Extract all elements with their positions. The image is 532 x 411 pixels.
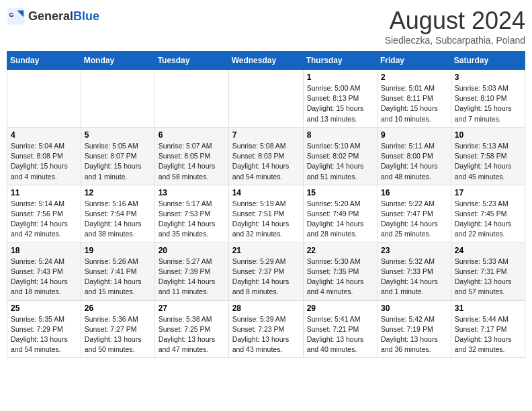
day-info: Sunrise: 5:01 AM Sunset: 8:11 PM Dayligh…	[381, 83, 447, 124]
calendar-cell	[81, 70, 154, 128]
calendar-cell: 11Sunrise: 5:14 AM Sunset: 7:56 PM Dayli…	[7, 185, 81, 242]
day-number: 9	[381, 130, 447, 140]
day-number: 30	[381, 304, 447, 313]
calendar-cell: 7Sunrise: 5:08 AM Sunset: 8:03 PM Daylig…	[228, 127, 303, 185]
logo-icon: G	[7, 7, 26, 26]
day-number: 14	[232, 188, 300, 197]
day-info: Sunrise: 5:44 AM Sunset: 7:17 PM Dayligh…	[455, 314, 521, 355]
day-number: 17	[455, 188, 521, 197]
day-info: Sunrise: 5:42 AM Sunset: 7:19 PM Dayligh…	[381, 314, 447, 355]
calendar-cell: 21Sunrise: 5:29 AM Sunset: 7:37 PM Dayli…	[228, 242, 303, 300]
svg-text:G: G	[9, 11, 14, 18]
day-header-saturday: Saturday	[451, 52, 525, 70]
calendar-cell: 2Sunrise: 5:01 AM Sunset: 8:11 PM Daylig…	[378, 70, 451, 128]
day-info: Sunrise: 5:20 AM Sunset: 7:49 PM Dayligh…	[307, 199, 373, 240]
day-number: 8	[307, 130, 373, 140]
day-number: 7	[232, 130, 300, 140]
day-header-monday: Monday	[81, 52, 154, 70]
day-info: Sunrise: 5:22 AM Sunset: 7:47 PM Dayligh…	[381, 199, 447, 240]
calendar-cell: 27Sunrise: 5:38 AM Sunset: 7:25 PM Dayli…	[154, 300, 228, 358]
day-number: 19	[85, 246, 151, 255]
calendar-cell: 23Sunrise: 5:32 AM Sunset: 7:33 PM Dayli…	[378, 242, 451, 300]
calendar-cell	[7, 70, 81, 128]
day-info: Sunrise: 5:08 AM Sunset: 8:03 PM Dayligh…	[232, 141, 300, 182]
day-number: 23	[381, 246, 447, 255]
calendar-table: SundayMondayTuesdayWednesdayThursdayFrid…	[7, 51, 525, 358]
week-row-2: 4Sunrise: 5:04 AM Sunset: 8:08 PM Daylig…	[7, 127, 525, 185]
day-info: Sunrise: 5:41 AM Sunset: 7:21 PM Dayligh…	[307, 314, 373, 355]
calendar-header-row: SundayMondayTuesdayWednesdayThursdayFrid…	[7, 52, 525, 70]
calendar-cell: 29Sunrise: 5:41 AM Sunset: 7:21 PM Dayli…	[303, 300, 377, 358]
day-number: 10	[455, 130, 521, 140]
day-number: 31	[455, 304, 521, 313]
day-number: 27	[159, 304, 225, 313]
day-number: 5	[85, 130, 151, 140]
day-header-sunday: Sunday	[7, 52, 81, 70]
calendar-cell: 25Sunrise: 5:35 AM Sunset: 7:29 PM Dayli…	[7, 300, 81, 358]
day-number: 26	[85, 304, 151, 313]
day-header-tuesday: Tuesday	[154, 52, 228, 70]
day-info: Sunrise: 5:14 AM Sunset: 7:56 PM Dayligh…	[11, 199, 77, 240]
page-header: G GeneralBlue August 2024 Siedleczka, Su…	[7, 7, 525, 46]
calendar-cell: 22Sunrise: 5:30 AM Sunset: 7:35 PM Dayli…	[303, 242, 377, 300]
logo-blue: Blue	[73, 9, 99, 23]
calendar-cell: 30Sunrise: 5:42 AM Sunset: 7:19 PM Dayli…	[378, 300, 451, 358]
day-info: Sunrise: 5:10 AM Sunset: 8:02 PM Dayligh…	[307, 141, 373, 182]
day-info: Sunrise: 5:17 AM Sunset: 7:53 PM Dayligh…	[159, 199, 225, 240]
day-info: Sunrise: 5:23 AM Sunset: 7:45 PM Dayligh…	[455, 199, 521, 240]
month-title: August 2024	[385, 7, 525, 35]
calendar-cell: 9Sunrise: 5:11 AM Sunset: 8:00 PM Daylig…	[378, 127, 451, 185]
day-number: 13	[159, 188, 225, 197]
day-number: 2	[381, 73, 447, 82]
week-row-5: 25Sunrise: 5:35 AM Sunset: 7:29 PM Dayli…	[7, 300, 525, 358]
calendar-cell: 6Sunrise: 5:07 AM Sunset: 8:05 PM Daylig…	[154, 127, 228, 185]
calendar-cell: 3Sunrise: 5:03 AM Sunset: 8:10 PM Daylig…	[451, 70, 525, 128]
day-header-wednesday: Wednesday	[228, 52, 303, 70]
day-number: 20	[159, 246, 225, 255]
day-info: Sunrise: 5:00 AM Sunset: 8:13 PM Dayligh…	[307, 83, 373, 124]
day-number: 3	[455, 73, 521, 82]
calendar-cell: 5Sunrise: 5:05 AM Sunset: 8:07 PM Daylig…	[81, 127, 154, 185]
day-info: Sunrise: 5:05 AM Sunset: 8:07 PM Dayligh…	[85, 141, 151, 182]
day-info: Sunrise: 5:24 AM Sunset: 7:43 PM Dayligh…	[11, 257, 77, 298]
calendar-cell: 31Sunrise: 5:44 AM Sunset: 7:17 PM Dayli…	[451, 300, 525, 358]
day-info: Sunrise: 5:38 AM Sunset: 7:25 PM Dayligh…	[159, 314, 225, 355]
day-info: Sunrise: 5:11 AM Sunset: 8:00 PM Dayligh…	[381, 141, 447, 182]
day-number: 12	[85, 188, 151, 197]
day-number: 11	[11, 188, 77, 197]
calendar-cell: 10Sunrise: 5:13 AM Sunset: 7:58 PM Dayli…	[451, 127, 525, 185]
calendar-cell	[228, 70, 303, 128]
week-row-1: 1Sunrise: 5:00 AM Sunset: 8:13 PM Daylig…	[7, 70, 525, 128]
calendar-cell: 24Sunrise: 5:33 AM Sunset: 7:31 PM Dayli…	[451, 242, 525, 300]
day-header-friday: Friday	[378, 52, 451, 70]
calendar-cell: 4Sunrise: 5:04 AM Sunset: 8:08 PM Daylig…	[7, 127, 81, 185]
title-area: August 2024 Siedleczka, Subcarpathia, Po…	[385, 7, 525, 46]
day-info: Sunrise: 5:27 AM Sunset: 7:39 PM Dayligh…	[159, 257, 225, 298]
day-number: 1	[307, 73, 373, 82]
day-info: Sunrise: 5:13 AM Sunset: 7:58 PM Dayligh…	[455, 141, 521, 182]
calendar-cell: 13Sunrise: 5:17 AM Sunset: 7:53 PM Dayli…	[154, 185, 228, 242]
week-row-3: 11Sunrise: 5:14 AM Sunset: 7:56 PM Dayli…	[7, 185, 525, 242]
day-info: Sunrise: 5:39 AM Sunset: 7:23 PM Dayligh…	[232, 314, 300, 355]
calendar-cell: 16Sunrise: 5:22 AM Sunset: 7:47 PM Dayli…	[378, 185, 451, 242]
day-header-thursday: Thursday	[303, 52, 377, 70]
day-number: 28	[232, 304, 300, 313]
day-info: Sunrise: 5:07 AM Sunset: 8:05 PM Dayligh…	[159, 141, 225, 182]
calendar-cell: 12Sunrise: 5:16 AM Sunset: 7:54 PM Dayli…	[81, 185, 154, 242]
calendar-cell: 26Sunrise: 5:36 AM Sunset: 7:27 PM Dayli…	[81, 300, 154, 358]
calendar-cell: 18Sunrise: 5:24 AM Sunset: 7:43 PM Dayli…	[7, 242, 81, 300]
day-info: Sunrise: 5:19 AM Sunset: 7:51 PM Dayligh…	[232, 199, 300, 240]
day-number: 21	[232, 246, 300, 255]
day-info: Sunrise: 5:04 AM Sunset: 8:08 PM Dayligh…	[11, 141, 77, 182]
day-info: Sunrise: 5:16 AM Sunset: 7:54 PM Dayligh…	[85, 199, 151, 240]
day-number: 18	[11, 246, 77, 255]
day-number: 29	[307, 304, 373, 313]
calendar-cell: 19Sunrise: 5:26 AM Sunset: 7:41 PM Dayli…	[81, 242, 154, 300]
day-info: Sunrise: 5:30 AM Sunset: 7:35 PM Dayligh…	[307, 257, 373, 298]
calendar-cell: 14Sunrise: 5:19 AM Sunset: 7:51 PM Dayli…	[228, 185, 303, 242]
calendar-cell: 17Sunrise: 5:23 AM Sunset: 7:45 PM Dayli…	[451, 185, 525, 242]
calendar-cell	[154, 70, 228, 128]
logo: G GeneralBlue	[7, 7, 99, 26]
location: Siedleczka, Subcarpathia, Poland	[385, 35, 525, 46]
day-info: Sunrise: 5:36 AM Sunset: 7:27 PM Dayligh…	[85, 314, 151, 355]
